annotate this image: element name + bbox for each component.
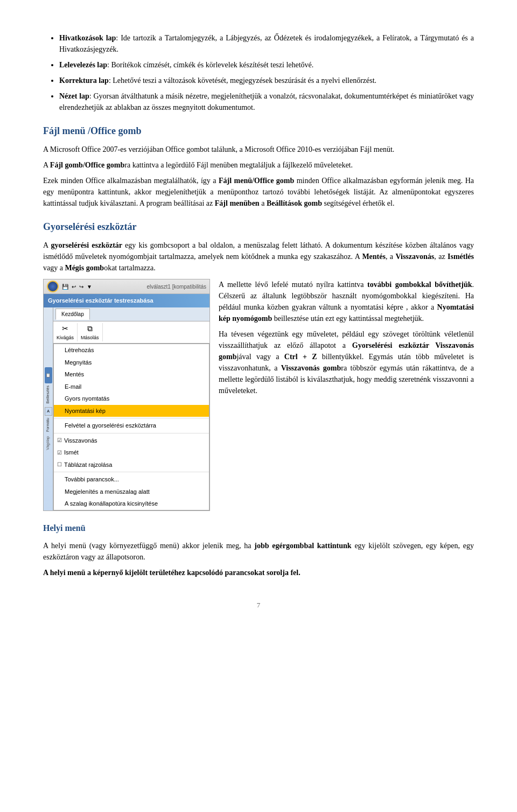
menu-item-gyors-nyomtatas[interactable]: Gyors nyomtatás xyxy=(54,393,209,405)
bullet-nezet-bold: Nézet lap xyxy=(59,92,89,100)
section3-para2: A helyi menü a képernyő kijelölt terület… xyxy=(43,567,474,578)
section2-para1: A gyorselérési eszköztár egy kis gombcso… xyxy=(43,240,474,274)
section2-para2-suffix2: beillesztése után ezt egy kattintással m… xyxy=(272,314,424,323)
titlebar-text: elválaszt1 [kompatibilitás xyxy=(146,283,206,291)
section3-para1: A helyi menü (vagy környezetfüggő menü) … xyxy=(43,540,474,563)
section1-para3-suffix3: segítségével érhetők el. xyxy=(322,199,395,207)
scissors-icon[interactable]: ✂ xyxy=(62,323,68,334)
left-toolbar: 📋 Beillesztés A Formátu Vágólap xyxy=(44,307,53,510)
section2-para2-prefix: A mellette lévő lefelé mutató nyílra kat… xyxy=(219,281,367,289)
divider2 xyxy=(54,433,209,433)
tablazat-label: Táblázat rajzolása xyxy=(64,460,112,470)
section1-para3-bold: Fájl menü/Office gomb xyxy=(219,177,294,185)
dropdown-menu: Létrehozás Megnyitás Mentés E-mail Gyors… xyxy=(53,344,209,510)
section1-para3-bold2: Fájl menüben xyxy=(215,199,260,207)
ribbon-group-kivagas: ✂ Kivágás xyxy=(57,323,78,342)
section2-para3-suffix: jával vagy a xyxy=(236,353,284,361)
menu-item-kicsinyites[interactable]: A szalag ikonállapotúra kicsinyítése xyxy=(54,498,209,510)
check-visszavonas: ☑ xyxy=(57,436,62,444)
section1-para3-bold3: Beállítások gomb xyxy=(267,199,322,207)
screenshot-box: 💾 ↩ ↪ ▼ elválaszt1 [kompatibilitás Gyors… xyxy=(43,279,210,511)
bullet-korrektura-text: : Lehetővé teszi a változások követését,… xyxy=(109,76,376,85)
menu-item-tablazat[interactable]: ☐ Táblázat rajzolása xyxy=(54,459,209,471)
undo-icon[interactable]: ↩ xyxy=(72,283,76,291)
section1-para2: A Fájl gomb/Office gombra kattintva a le… xyxy=(43,159,474,171)
section3-heading: Helyi menü xyxy=(43,522,474,535)
save-icon[interactable]: 💾 xyxy=(62,283,68,291)
tab-kezdolap[interactable]: Kezdőlap xyxy=(55,309,90,320)
page-number: 7 xyxy=(43,600,474,611)
check-ismet: ☑ xyxy=(57,449,62,457)
dropdown-arrow-icon[interactable]: ▼ xyxy=(87,283,92,291)
menu-item-ismet[interactable]: ☑ Ismét xyxy=(54,446,209,459)
section2-para1-suffix3: , az xyxy=(434,253,448,261)
menu-item-megjelentes[interactable]: Megjelenítés a menüszalag alatt xyxy=(54,486,209,498)
bullet-hivatkozasok: Hivatkozások lap: Ide tartozik a Tartalo… xyxy=(59,32,474,55)
redo-icon[interactable]: ↪ xyxy=(79,283,83,291)
kivagas-label: Kivágás xyxy=(57,334,74,342)
section2-para1-suffix5: okat tartalmazza. xyxy=(104,264,156,272)
section2-heading: Gyorselérési eszköztár xyxy=(43,220,474,234)
section2-para1-bold3: Visszavonás xyxy=(395,253,434,261)
screenshot-column: 💾 ↩ ↪ ▼ elválaszt1 [kompatibilitás Gyors… xyxy=(43,279,210,511)
section2-para3: Ha tévesen végeztünk egy műveletet, péld… xyxy=(219,328,474,396)
bullet-nezet: Nézet lap: Gyorsan átválthatunk a másik … xyxy=(59,90,474,113)
ismet-label: Ismét xyxy=(64,448,79,457)
menu-item-visszavonas[interactable]: ☑ Visszavonás xyxy=(54,435,209,447)
menu-item-megnyitas[interactable]: Megnyitás xyxy=(54,356,209,369)
menu-item-mentes[interactable]: Mentés xyxy=(54,368,209,381)
menu-item-letrehozas[interactable]: Létrehozás xyxy=(54,344,209,356)
section1-para3-suffix2: a xyxy=(260,199,267,207)
menu-item-tovabbi[interactable]: További parancsok... xyxy=(54,473,209,486)
menu-item-nyomtatasi-kep[interactable]: Nyomtatási kép xyxy=(54,405,209,417)
ribbon-group-masolas: ⧉ Másolás xyxy=(81,323,103,342)
bullet-korrektura: Korrektura lap: Lehetővé teszi a változá… xyxy=(59,75,474,86)
divider3 xyxy=(54,472,209,472)
bullet-nezet-text: : Gyorsan átválthatunk a másik nézetre, … xyxy=(59,92,474,111)
paste-icon: 📋 xyxy=(46,373,51,379)
formatum-label: Formátu xyxy=(45,418,51,432)
bullet-hivatkozasok-bold: Hivatkozások lap xyxy=(59,34,116,42)
section1-para3: Ezek minden Office alkalmazásban megtalá… xyxy=(43,175,474,209)
formatum-btn[interactable]: A xyxy=(45,407,52,416)
section2-para3-bold2: Ctrl + Z xyxy=(284,353,317,361)
dropdown-content: Kezdőlap ✂ Kivágás ⧉ Másolás xyxy=(53,307,209,510)
quick-access-bar: 💾 ↩ ↪ ▼ elválaszt1 [kompatibilitás xyxy=(44,279,209,294)
check-tablazat: ☐ xyxy=(57,460,62,468)
toolbar-buttons: 📋 Beillesztés A Formátu Vágólap xyxy=(44,365,53,452)
section2-para1-bold: gyorselérési eszköztár xyxy=(51,241,122,249)
section2-para1-prefix: A xyxy=(43,241,51,249)
section3-para1-prefix: A helyi menü (vagy környezetfüggő menü) … xyxy=(43,542,254,550)
bullet-lelevelezés: Lelevelezés lap: Borítékok címzését, cím… xyxy=(59,59,474,71)
bullet-lelevelezés-text: : Borítékok címzését, címkék és körlevel… xyxy=(107,61,313,69)
beillesztes-btn[interactable]: 📋 xyxy=(45,367,52,383)
office-button-icon[interactable] xyxy=(47,281,59,292)
ribbon-area: ✂ Kivágás ⧉ Másolás xyxy=(53,321,209,344)
section2-para2-bold: további gombokkal bővíthetjük xyxy=(367,281,472,289)
copy-icon[interactable]: ⧉ xyxy=(87,323,93,334)
section2-para2: A mellette lévő lefelé mutató nyílra kat… xyxy=(219,279,474,324)
bullet-korrektura-bold: Korrektura lap xyxy=(59,76,109,85)
section2-para1-bold4: Ismétlés xyxy=(448,253,474,261)
menu-item-felvétel[interactable]: Felvétel a gyorselérési eszköztárra xyxy=(54,419,209,432)
dropdown-header: Gyorselérési eszköztár testreszabása xyxy=(44,294,209,307)
section2-para1-bold5: Mégis gomb xyxy=(65,264,104,272)
screenshot-main: 📋 Beillesztés A Formátu Vágólap xyxy=(44,307,209,510)
section3-para1-bold: jobb egérgombbal kattintunk xyxy=(254,542,351,550)
two-col-layout: 💾 ↩ ↪ ▼ elválaszt1 [kompatibilitás Gyors… xyxy=(43,279,474,511)
visszavonas-label: Visszavonás xyxy=(64,436,97,445)
section2-para3-bold3: Visszavonás gomb xyxy=(281,364,341,372)
section2-para1-bold2: Mentés xyxy=(362,253,386,261)
tab-bar: Kezdőlap xyxy=(53,307,209,321)
dropdown-title: Gyorselérési eszköztár testreszabása xyxy=(48,297,153,304)
section3-para2-bold: A helyi menü a képernyő kijelölt terület… xyxy=(43,569,301,577)
section2-para1-suffix2: , a xyxy=(386,253,396,261)
format-icon: A xyxy=(47,409,50,415)
beillesztes-label: Beillesztés xyxy=(45,386,51,403)
menu-item-email[interactable]: E-mail xyxy=(54,381,209,393)
section1-para2-suffix: ra kattintva a legördülő Fájl menüben me… xyxy=(124,161,353,169)
intro-bullets: Hivatkozások lap: Ide tartozik a Tartalo… xyxy=(59,32,474,113)
masolas-label: Másolás xyxy=(81,334,99,342)
section1-para2-bold: Fájl gomb/Office gomb xyxy=(50,161,124,169)
section1-heading: Fájl menü /Office gomb xyxy=(43,124,474,138)
